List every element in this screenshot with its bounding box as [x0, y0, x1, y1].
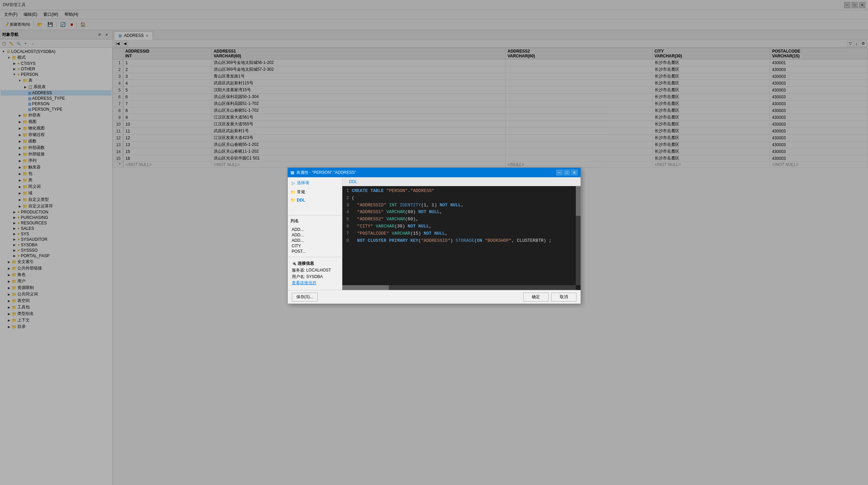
modal-tab-ddl[interactable]: DDL [345, 179, 361, 185]
connection-icon: 🔌 [292, 261, 297, 265]
code-line-5: 5 "ADDRESS2" VARCHAR(60), [344, 216, 579, 223]
ddl-folder-icon: 📁 [290, 198, 296, 203]
col-list-item-3[interactable]: CITY [290, 243, 339, 249]
column-list-area: ADD... ADD... ADD... CITY POST... [288, 225, 342, 255]
line-num-1: 1 [344, 188, 352, 195]
modal-connection-info: 🔌 连接信息 服务器: LOCALHOST 用户名: SYSDBA 查看连 [288, 257, 342, 289]
modal-body: ▷ 选择项 📁 常规 📁 DDL [288, 177, 581, 290]
connection-section-label: 🔌 连接信息 [292, 260, 338, 267]
modal-ok-button[interactable]: 确定 [523, 293, 549, 302]
col-list-item-4[interactable]: POST... [290, 249, 339, 254]
modal-cancel-button[interactable]: 取消 [551, 293, 577, 302]
modal-nav-section-ddl: 📁 DDL [288, 196, 342, 203]
modal-minimize-button[interactable]: ─ [556, 169, 563, 176]
scrollbar-thumb-v [576, 186, 581, 216]
modal-footer: 保存(S)... 确定 取消 [288, 290, 581, 304]
modal-title-bar: ▦ 表属性 - "PERSON"."ADDRESS" ─ □ ✕ [288, 168, 581, 177]
modal-title-text: 表属性 - "PERSON"."ADDRESS" [296, 170, 556, 176]
modal-maximize-button[interactable]: □ [564, 169, 570, 176]
code-line-7: 7 "POSTALCODE" VARCHAR(15) NOT NULL, [344, 230, 579, 237]
code-content-1: CREATE TABLE "PERSON"."ADDRESS" [352, 188, 579, 195]
selectitem-icon: ▷ [292, 181, 295, 185]
modal-left-content: ▷ 选择项 📁 常规 📁 DDL [288, 179, 342, 289]
modal-left-nav: ▷ 选择项 📁 常规 📁 DDL [288, 177, 342, 290]
user-info: 用户名: SYSDBA [292, 274, 338, 280]
col-list-item-1[interactable]: ADD... [290, 232, 339, 238]
code-line-2: 2 ( [344, 195, 579, 202]
modal-right-content: DDL 1 CREATE TABLE "PERSON"."ADDRESS" 2 … [342, 177, 581, 290]
code-line-6: 6 "CITY" VARCHAR(30) NOT NULL, [344, 223, 579, 230]
modal-close-button[interactable]: ✕ [571, 169, 578, 176]
column-list-header: 列名 [288, 217, 342, 225]
modal-tab-bar: DDL [342, 177, 581, 186]
code-line-4: 4 "ADDRESS1" VARCHAR(60) NOT NULL, [344, 209, 579, 216]
horizontal-scrollbar[interactable] [342, 285, 576, 290]
line-num-3: 3 [344, 202, 352, 209]
code-line-8: 8 NOT CLUSTER PRIMARY KEY("ADDRESSID") S… [344, 237, 579, 245]
code-content-4: "ADDRESS1" VARCHAR(60) NOT NULL, [352, 209, 579, 216]
modal-nav-selectitem[interactable]: ▷ 选择项 [288, 179, 342, 187]
modal-nav-top: ▷ 选择项 📁 常规 📁 DDL [288, 179, 342, 215]
code-content-5: "ADDRESS2" VARCHAR(60), [352, 216, 579, 223]
code-content-2: ( [352, 195, 579, 202]
line-num-6: 6 [344, 223, 352, 230]
code-content-8: NOT CLUSTER PRIMARY KEY("ADDRESSID") STO… [352, 237, 579, 245]
line-num-2: 2 [344, 195, 352, 202]
ddl-content-area: 1 CREATE TABLE "PERSON"."ADDRESS" 2 ( 3 … [342, 186, 581, 290]
line-num-7: 7 [344, 230, 352, 237]
view-connection-link[interactable]: 查看连接信息 [292, 280, 316, 285]
line-num-4: 4 [344, 209, 352, 216]
column-list-section: 列名 ADD... ADD... ADD... CITY POST... [288, 215, 342, 257]
code-content-6: "CITY" VARCHAR(30) NOT NULL, [352, 223, 579, 230]
scrollbar-thumb-h [342, 285, 389, 290]
general-folder-icon: 📁 [290, 190, 296, 195]
vertical-scrollbar[interactable] [576, 186, 581, 285]
code-content-3: "ADDRESSID" INT IDENTITY(1, 1) NOT NULL, [352, 202, 579, 209]
col-list-item-2[interactable]: ADD... [290, 238, 339, 243]
line-num-8: 8 [344, 237, 352, 245]
modal-title-icon: ▦ [290, 170, 294, 175]
line-num-5: 5 [344, 216, 352, 223]
code-line-1: 1 CREATE TABLE "PERSON"."ADDRESS" [344, 188, 579, 195]
code-line-3: 3 "ADDRESSID" INT IDENTITY(1, 1) NOT NUL… [344, 202, 579, 209]
modal-overlay: ▦ 表属性 - "PERSON"."ADDRESS" ─ □ ✕ ▷ 选择项 [0, 0, 868, 485]
server-info: 服务器: LOCALHOST [292, 267, 338, 274]
modal-title-buttons: ─ □ ✕ [556, 169, 578, 176]
ddl-code: 1 CREATE TABLE "PERSON"."ADDRESS" 2 ( 3 … [344, 188, 579, 244]
col-list-item-0[interactable]: ADD... [290, 227, 339, 232]
modal-save-button[interactable]: 保存(S)... [292, 293, 318, 302]
table-properties-modal: ▦ 表属性 - "PERSON"."ADDRESS" ─ □ ✕ ▷ 选择项 [287, 167, 581, 304]
modal-nav-section-general: 📁 常规 [288, 187, 342, 196]
code-content-7: "POSTALCODE" VARCHAR(15) NOT NULL, [352, 230, 579, 237]
